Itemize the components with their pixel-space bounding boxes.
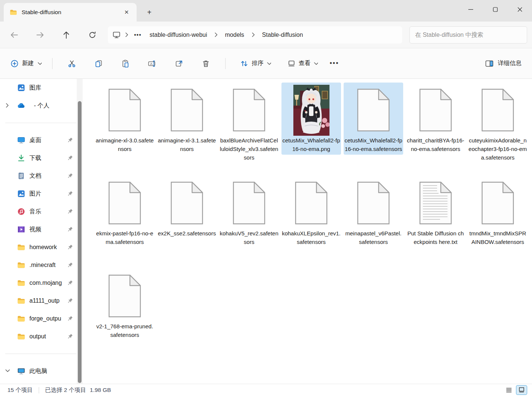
file-icon (293, 181, 329, 225)
sidebar-item-videos[interactable]: 视频 (0, 220, 84, 238)
sidebar-item-label: 下载 (29, 154, 41, 162)
music-icon (17, 207, 25, 216)
sidebar-item-label: 文档 (29, 172, 41, 180)
sort-button-label: 排序 (252, 59, 264, 67)
documents-icon (17, 172, 25, 180)
sidebar-item-label: com.mojang (29, 280, 62, 286)
file-tile-selected[interactable]: cetusMix_Whalefall2-fp16-no-ema.safetens… (344, 83, 403, 173)
pin-icon (66, 333, 74, 340)
view-button[interactable]: 查看 (283, 57, 322, 71)
file-name: baxlBlueArchiveFlatCelluloidStyle_xlv3.s… (220, 136, 278, 162)
sidebar-item-music[interactable]: 音乐 (0, 203, 84, 220)
minimize-button[interactable] (458, 0, 483, 19)
sidebar-item-label: .minecraft (29, 262, 55, 268)
file-tile[interactable]: kohakuV5_rev2.safetensors (219, 176, 279, 265)
onedrive-icon (17, 102, 25, 110)
file-tile[interactable]: ex2K_sse2.safetensors (157, 176, 217, 265)
videos-icon (17, 225, 25, 234)
paste-button[interactable] (117, 56, 134, 71)
back-button[interactable] (7, 28, 21, 42)
list-view-icon (506, 387, 512, 393)
sidebar-item-label: 图片 (29, 190, 41, 198)
forward-button[interactable] (34, 28, 47, 42)
chevron-right-icon (214, 32, 218, 38)
file-tile-selected[interactable]: cetusMix_Whalefall2-fp16-no-ema.png (281, 83, 341, 173)
sidebar-item-label: 此电脑 (29, 367, 47, 375)
up-button[interactable] (60, 28, 73, 42)
see-more-button[interactable]: ••• (326, 56, 343, 71)
search-input[interactable] (415, 32, 522, 38)
new-button[interactable]: 新建 (6, 57, 46, 71)
toolbar-divider (52, 58, 52, 69)
sidebar-item-forge-output[interactable]: forge_outpu (0, 310, 84, 328)
sidebar-item-downloads[interactable]: 下载 (0, 149, 84, 167)
sidebar-scrollbar-track[interactable] (77, 79, 83, 384)
file-icon (107, 274, 143, 318)
explorer-tab[interactable]: Stable-diffusion ✕ (4, 3, 137, 22)
sidebar-scrollbar-thumb[interactable] (78, 101, 82, 383)
sidebar-item-desktop[interactable]: 桌面 (0, 131, 84, 149)
file-tile[interactable]: meinapastel_v6Pastel.safetensors (344, 176, 403, 265)
close-button[interactable] (507, 0, 532, 19)
details-pane-button[interactable]: 详细信息 (481, 57, 526, 70)
new-tab-button[interactable]: + (144, 7, 155, 17)
file-tile[interactable]: ekmix-pastel-fp16-no-ema.safetensors (95, 176, 154, 265)
close-tab-icon[interactable]: ✕ (121, 7, 132, 18)
sidebar-item-a1111-output[interactable]: a1111_outp (0, 292, 84, 310)
breadcrumb-item[interactable]: stable-diffusion-webui (147, 30, 210, 40)
file-tile[interactable]: cuteyukimixAdorable_neochapter3-fp16-no-… (468, 83, 528, 173)
copy-button[interactable] (90, 56, 108, 71)
file-tile[interactable]: animagine-xl-3.0.safetensors (95, 83, 154, 173)
chevron-right-icon[interactable] (5, 103, 10, 109)
sidebar-item-com-mojang[interactable]: com.mojang (0, 274, 84, 292)
thumbnail-view-toggle[interactable] (516, 386, 527, 395)
sidebar-item-pictures[interactable]: 图片 (0, 185, 84, 203)
rename-icon: A (148, 59, 157, 68)
file-icon (169, 181, 205, 225)
share-button[interactable] (170, 56, 188, 71)
pin-icon (66, 190, 74, 197)
delete-button[interactable] (197, 56, 215, 71)
sidebar-item-onedrive[interactable]: - 个人 (0, 97, 84, 115)
chevron-down-icon[interactable] (5, 368, 10, 374)
this-pc-icon[interactable] (112, 31, 121, 39)
status-divider (39, 387, 39, 393)
file-tile[interactable]: v2-1_768-ema-pruned.safetensors (95, 268, 154, 358)
breadcrumb-item-current[interactable]: Stable-diffusion (259, 30, 306, 40)
pin-icon (66, 261, 74, 269)
file-name: charitt_charitBYA-fp16-no-ema.safetensor… (406, 136, 465, 153)
sort-button[interactable]: 排序 (235, 57, 275, 71)
breadcrumb-overflow-button[interactable]: ••• (133, 32, 143, 38)
file-icon (480, 88, 516, 132)
file-tile[interactable]: animagine-xl-3.1.safetensors (157, 83, 217, 173)
file-name: ekmix-pastel-fp16-no-ema.safetensors (95, 229, 154, 246)
sidebar-item-minecraft[interactable]: .minecraft (0, 256, 84, 274)
view-icon (287, 59, 296, 68)
list-view-toggle[interactable] (504, 386, 514, 395)
pin-icon (66, 136, 74, 144)
view-button-label: 查看 (299, 59, 310, 67)
rename-button[interactable]: A (143, 56, 161, 71)
file-tile[interactable]: Put Stable Diffusion checkpoints here.tx… (406, 176, 465, 265)
search-box[interactable] (410, 26, 527, 44)
folder-icon (17, 261, 25, 269)
folder-icon (17, 332, 25, 341)
breadcrumb-item[interactable]: models (222, 30, 247, 40)
refresh-button[interactable] (86, 28, 99, 42)
sidebar-item-label: 音乐 (29, 208, 41, 216)
file-icon (418, 88, 453, 132)
sidebar-item-homework[interactable]: homework (0, 238, 84, 256)
items-count: 15 个项目 (7, 386, 33, 394)
sidebar-item-gallery[interactable]: 图库 (0, 79, 84, 97)
sidebar-item-documents[interactable]: 文档 (0, 167, 84, 185)
sidebar-item-this-pc[interactable]: 此电脑 (0, 362, 84, 380)
maximize-button[interactable] (483, 0, 507, 19)
cut-button[interactable] (63, 56, 81, 71)
sidebar-item-output[interactable]: output (0, 328, 84, 345)
file-tile[interactable]: charitt_charitBYA-fp16-no-ema.safetensor… (406, 83, 465, 173)
trash-icon (202, 59, 210, 68)
file-tile[interactable]: kohakuXLEpsilon_rev1.safetensors (281, 176, 341, 265)
file-tile[interactable]: tmndMix_tmndMixSPRAINBOW.safetensors (468, 176, 528, 265)
clipboard-icon (121, 59, 130, 68)
file-tile[interactable]: baxlBlueArchiveFlatCelluloidStyle_xlv3.s… (219, 83, 279, 173)
